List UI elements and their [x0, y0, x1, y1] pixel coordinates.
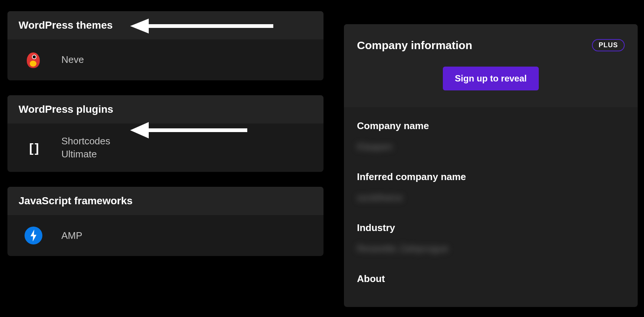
- card-body-javascript-frameworks: AMP: [7, 215, 323, 256]
- tech-item-amp[interactable]: AMP: [24, 226, 307, 245]
- parrot-icon: [24, 51, 43, 69]
- card-header-wordpress-themes: WordPress themes: [7, 11, 323, 39]
- label-inferred-company-name: Inferred company name: [357, 171, 625, 183]
- card-wordpress-themes: WordPress themes Neve: [7, 11, 323, 80]
- card-body-wordpress-themes: Neve: [7, 39, 323, 80]
- value-inferred-company-name: socktheice: [357, 192, 625, 204]
- card-header-javascript-frameworks: JavaScript frameworks: [7, 187, 323, 215]
- field-about: About: [357, 273, 625, 285]
- label-company-name: Company name: [357, 120, 625, 132]
- field-inferred-company-name: Inferred company name socktheice: [357, 171, 625, 204]
- field-company-name: Company name Klaapen: [357, 120, 625, 153]
- label-industry: Industry: [357, 222, 625, 234]
- plus-badge: PLUS: [592, 39, 625, 51]
- label-about: About: [357, 273, 625, 285]
- company-info-header: Company information PLUS: [344, 24, 638, 67]
- field-industry: Industry Reseettic Zahpcogue: [357, 222, 625, 254]
- card-javascript-frameworks: JavaScript frameworks AMP: [7, 187, 323, 256]
- card-body-wordpress-plugins: [ ] Shortcodes Ultimate: [7, 124, 323, 172]
- amp-icon: [24, 226, 43, 245]
- tech-name-shortcodes: Shortcodes Ultimate: [61, 135, 128, 161]
- company-info-title: Company information: [357, 39, 472, 52]
- value-industry: Reseettic Zahpcogue: [357, 243, 625, 254]
- card-wordpress-plugins: WordPress plugins [ ] Shortcodes Ultimat…: [7, 95, 323, 172]
- card-header-wordpress-plugins: WordPress plugins: [7, 95, 323, 124]
- card-company-information: Company information PLUS Sign up to reve…: [344, 24, 638, 307]
- signup-button[interactable]: Sign up to reveal: [443, 67, 538, 90]
- tech-name-amp: AMP: [61, 229, 82, 242]
- company-info-fields: Company name Klaapen Inferred company na…: [344, 107, 638, 307]
- tech-name-neve: Neve: [61, 53, 84, 66]
- brackets-icon: [ ]: [24, 138, 43, 157]
- tech-item-neve[interactable]: Neve: [24, 51, 307, 69]
- tech-item-shortcodes[interactable]: [ ] Shortcodes Ultimate: [24, 135, 307, 161]
- signup-area: Sign up to reveal: [344, 67, 638, 107]
- value-company-name: Klaapen: [357, 141, 625, 153]
